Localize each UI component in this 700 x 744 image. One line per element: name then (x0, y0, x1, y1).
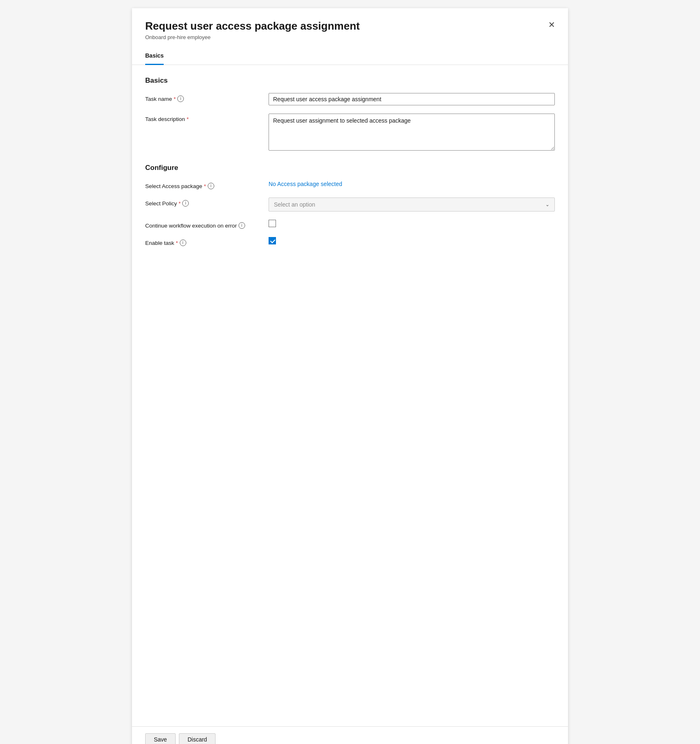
enable-task-checkbox-container (269, 237, 555, 244)
task-name-input[interactable] (269, 93, 555, 105)
policy-info-icon[interactable]: i (182, 200, 189, 207)
access-package-required: * (204, 183, 206, 189)
chevron-down-icon: ⌄ (545, 202, 549, 207)
enable-task-label: Enable task * i (145, 237, 269, 246)
dialog-subtitle: Onboard pre-hire employee (145, 34, 555, 40)
task-description-row: Task description * Request user assignme… (145, 114, 555, 152)
continue-workflow-control (269, 220, 555, 227)
enable-task-required: * (176, 240, 178, 246)
close-icon: ✕ (548, 20, 555, 30)
policy-dropdown-placeholder: Select an option (274, 201, 315, 208)
basics-section-title: Basics (145, 77, 555, 85)
access-package-link[interactable]: No Access package selected (269, 181, 342, 187)
task-name-label: Task name * i (145, 93, 269, 102)
select-access-package-row: Select Access package * i No Access pack… (145, 180, 555, 189)
tab-basics[interactable]: Basics (145, 47, 164, 65)
continue-workflow-checkbox-container (269, 220, 555, 227)
enable-task-row: Enable task * i (145, 237, 555, 246)
dialog-footer: Save Discard (132, 726, 568, 744)
policy-required: * (178, 200, 181, 207)
enable-task-control (269, 237, 555, 244)
dialog-title: Request user access package assignment (145, 20, 555, 33)
select-access-package-control: No Access package selected (269, 180, 555, 188)
continue-workflow-label: Continue workflow execution on error i (145, 220, 269, 229)
save-button[interactable]: Save (145, 733, 176, 744)
basics-section: Basics Task name * i Task description * (145, 77, 555, 152)
enable-task-info-icon[interactable]: i (180, 239, 186, 246)
task-name-info-icon[interactable]: i (177, 95, 184, 102)
dialog-container: Request user access package assignment O… (132, 8, 568, 744)
dialog-header: Request user access package assignment O… (132, 8, 568, 47)
task-description-label: Task description * (145, 114, 269, 122)
task-name-row: Task name * i (145, 93, 555, 105)
dialog-body: Basics Task name * i Task description * (132, 65, 568, 726)
select-policy-row: Select Policy * i Select an option ⌄ (145, 198, 555, 212)
continue-workflow-info-icon[interactable]: i (239, 222, 245, 229)
configure-section-title: Configure (145, 164, 555, 172)
policy-dropdown[interactable]: Select an option ⌄ (269, 198, 555, 212)
task-description-input[interactable]: Request user assignment to selected acce… (269, 114, 555, 151)
continue-workflow-checkbox[interactable] (269, 220, 276, 227)
task-name-control (269, 93, 555, 105)
close-button[interactable]: ✕ (545, 18, 558, 31)
task-name-required: * (174, 96, 176, 102)
configure-section: Configure Select Access package * i No A… (145, 164, 555, 246)
select-access-package-label: Select Access package * i (145, 180, 269, 189)
access-package-info-icon[interactable]: i (208, 183, 214, 189)
select-policy-label: Select Policy * i (145, 198, 269, 207)
task-description-control: Request user assignment to selected acce… (269, 114, 555, 152)
continue-workflow-row: Continue workflow execution on error i (145, 220, 555, 229)
select-policy-control: Select an option ⌄ (269, 198, 555, 212)
tab-bar: Basics (132, 47, 568, 65)
discard-button[interactable]: Discard (179, 733, 216, 744)
enable-task-checkbox[interactable] (269, 237, 276, 244)
task-description-required: * (187, 116, 189, 122)
